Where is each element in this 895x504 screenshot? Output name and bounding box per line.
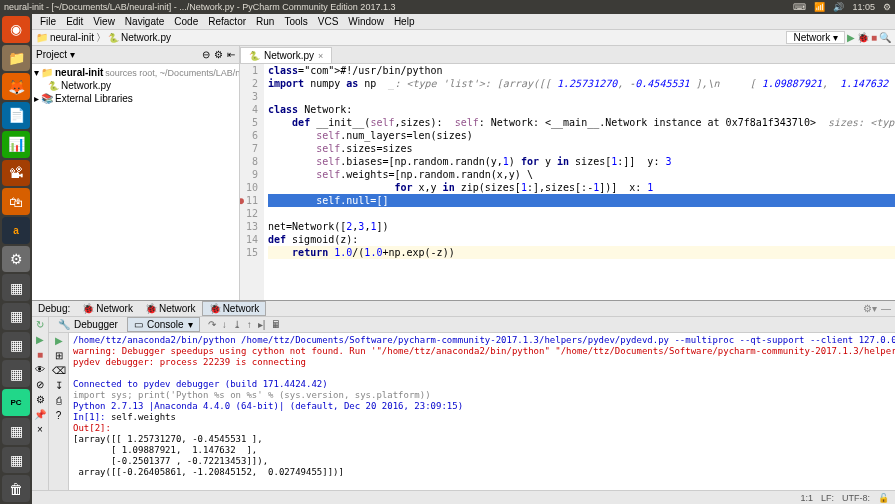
debug-session-tab[interactable]: 🐞 Network [202, 301, 267, 316]
step-into-button[interactable]: ↓ [222, 319, 227, 330]
rerun-button[interactable]: ↻ [36, 319, 44, 330]
indicator-icon[interactable]: ⌨ [793, 0, 806, 14]
console-output[interactable]: /home/ttz/anaconda2/bin/python /home/ttz… [69, 333, 895, 490]
app-icon[interactable]: ▦ [2, 360, 30, 387]
run-to-cursor-button[interactable]: ▸| [258, 319, 266, 330]
software-icon[interactable]: 🛍 [2, 188, 30, 215]
library-icon: 📚 [41, 93, 53, 104]
trash-icon[interactable]: 🗑 [2, 475, 30, 502]
console-tab[interactable]: ▭ Console ▾ [127, 317, 200, 332]
app-icon[interactable]: ▦ [2, 274, 30, 301]
menu-run[interactable]: Run [252, 16, 278, 27]
show-console-button[interactable]: ▶ [55, 335, 63, 346]
python-icon: 🐍 [108, 33, 119, 43]
app-icon[interactable]: ▦ [2, 303, 30, 330]
project-tree[interactable]: ▾ 📁 neural-init sources root, ~/Document… [32, 64, 239, 300]
menu-view[interactable]: View [89, 16, 119, 27]
debug-toolbar: ↻ ▶ ■ 👁 ⊘ ⚙ 📌 × [32, 317, 49, 490]
tree-external-libs[interactable]: ▸ 📚 External Libraries [34, 92, 237, 105]
dash-icon[interactable]: ◉ [2, 16, 30, 43]
expand-icon[interactable]: ▸ [34, 93, 39, 104]
line-separator[interactable]: LF: [821, 493, 834, 503]
run-button[interactable]: ▶ [847, 32, 855, 43]
menu-file[interactable]: File [36, 16, 60, 27]
clear-button[interactable]: ⌫ [52, 365, 66, 376]
editor-tab[interactable]: 🐍 Network.py × [240, 47, 332, 63]
firefox-icon[interactable]: 🦊 [2, 73, 30, 100]
app-icon[interactable]: ▦ [2, 332, 30, 359]
python-icon: 🐍 [249, 51, 260, 61]
menu-bar: File Edit View Navigate Code Refactor Ru… [32, 14, 895, 30]
debugger-tab[interactable]: 🔧 Debugger [51, 317, 125, 332]
sound-icon[interactable]: 🔊 [833, 0, 844, 14]
gear-icon[interactable]: ⚙ [883, 0, 891, 14]
menu-code[interactable]: Code [170, 16, 202, 27]
breadcrumb-file[interactable]: 🐍 Network.py [108, 32, 171, 43]
menu-vcs[interactable]: VCS [314, 16, 343, 27]
amazon-icon[interactable]: a [2, 217, 30, 244]
help-icon[interactable]: ? [56, 410, 62, 421]
editor-tabs: 🐍 Network.py × [240, 46, 895, 64]
tree-root[interactable]: ▾ 📁 neural-init sources root, ~/Document… [34, 66, 237, 79]
new-console-button[interactable]: ⊞ [55, 350, 63, 361]
menu-window[interactable]: Window [344, 16, 388, 27]
app-icon[interactable]: ▦ [2, 418, 30, 445]
settings-icon[interactable]: ⚙ [2, 246, 30, 273]
clock[interactable]: 11:05 [852, 0, 875, 14]
close-icon[interactable]: × [37, 424, 43, 435]
unity-launcher: ◉ 📁 🦊 📄 📊 📽 🛍 a ⚙ ▦ ▦ ▦ ▦ PC ▦ ▦ 🗑 [0, 14, 32, 504]
ide-window: File Edit View Navigate Code Refactor Ru… [32, 14, 895, 504]
lock-icon[interactable]: 🔓 [878, 493, 889, 503]
search-icon[interactable]: 🔍 [879, 32, 891, 43]
gutter[interactable]: 123456789101112131415 [240, 64, 264, 300]
expand-icon[interactable]: ▾ [34, 67, 39, 78]
debug-button[interactable]: 🐞 [857, 32, 869, 43]
project-tool-window: Project ▾ ⊖ ⚙ ⇤ ▾ 📁 neural-init sources … [32, 46, 240, 300]
scroll-button[interactable]: ↧ [55, 380, 63, 391]
debug-session-tab[interactable]: 🐞 Network [139, 302, 202, 315]
caret-position[interactable]: 1:1 [800, 493, 813, 503]
gear-icon[interactable]: ⚙▾ [863, 303, 877, 314]
menu-help[interactable]: Help [390, 16, 419, 27]
project-label[interactable]: Project [36, 49, 67, 60]
encoding[interactable]: UTF-8: [842, 493, 870, 503]
collapse-icon[interactable]: ⊖ [202, 49, 210, 60]
app-icon[interactable]: ▦ [2, 447, 30, 474]
pycharm-icon[interactable]: PC [2, 389, 30, 416]
run-configuration[interactable]: Network ▾ [786, 31, 844, 44]
close-icon[interactable]: × [318, 51, 323, 61]
window-title: neural-init - [~/Documents/LAB/neural-in… [4, 0, 395, 14]
menu-refactor[interactable]: Refactor [204, 16, 250, 27]
code-editor[interactable]: 123456789101112131415 class="com">#!/usr… [240, 64, 895, 300]
breadcrumb-project[interactable]: 📁 neural-init 〉 [36, 31, 106, 45]
impress-icon[interactable]: 📽 [2, 160, 30, 187]
tree-file[interactable]: 🐍 Network.py [34, 79, 237, 92]
evaluate-button[interactable]: 🖩 [271, 319, 281, 330]
hide-icon[interactable]: ⇤ [227, 49, 235, 60]
console-toolbar: ▶ ⊞ ⌫ ↧ ⎙ ? [49, 333, 69, 490]
writer-icon[interactable]: 📄 [2, 102, 30, 129]
debug-session-tab[interactable]: 🐞 Network [76, 302, 139, 315]
step-into-my-button[interactable]: ⤓ [233, 319, 241, 330]
files-icon[interactable]: 📁 [2, 45, 30, 72]
stop-button[interactable]: ■ [37, 349, 43, 360]
step-over-button[interactable]: ↷ [208, 319, 216, 330]
nav-bar: 📁 neural-init 〉 🐍 Network.py Network ▾ ▶… [32, 30, 895, 46]
step-out-button[interactable]: ↑ [247, 319, 252, 330]
network-icon[interactable]: 📶 [814, 0, 825, 14]
print-button[interactable]: ⎙ [56, 395, 62, 406]
stop-button[interactable]: ■ [871, 32, 877, 43]
calc-icon[interactable]: 📊 [2, 131, 30, 158]
mute-breakpoints-button[interactable]: ⊘ [36, 379, 44, 390]
gear-icon[interactable]: ⚙ [214, 49, 223, 60]
resume-button[interactable]: ▶ [36, 334, 44, 345]
pin-icon[interactable]: 📌 [34, 409, 46, 420]
breadcrumb: 📁 neural-init 〉 🐍 Network.py [36, 31, 171, 45]
view-breakpoints-button[interactable]: 👁 [35, 364, 45, 375]
minimize-icon[interactable]: — [881, 303, 891, 314]
menu-tools[interactable]: Tools [280, 16, 311, 27]
menu-edit[interactable]: Edit [62, 16, 87, 27]
settings-icon[interactable]: ⚙ [36, 394, 45, 405]
folder-icon: 📁 [41, 67, 53, 78]
menu-navigate[interactable]: Navigate [121, 16, 168, 27]
